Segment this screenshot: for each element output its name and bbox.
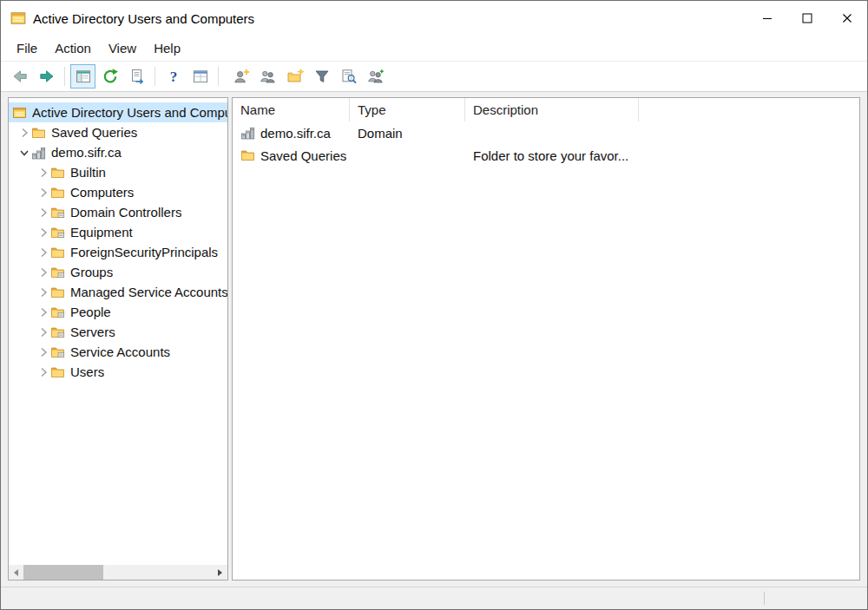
tree-item-label: Saved Queries: [51, 125, 137, 140]
chevron-right-icon[interactable]: [36, 266, 50, 279]
tree-item-label: Computers: [70, 185, 134, 200]
chevron-right-icon[interactable]: [36, 166, 50, 180]
chevron-right-icon[interactable]: [36, 305, 50, 319]
export-list-button[interactable]: [124, 64, 149, 89]
domain-icon: [240, 126, 255, 140]
tree-item-domain-controllers[interactable]: Domain Controllers: [9, 202, 227, 222]
toolbar-separator: [218, 67, 219, 86]
maximize-icon: [802, 13, 812, 23]
tree-item-groups[interactable]: Groups: [9, 262, 227, 282]
menu-file[interactable]: File: [8, 37, 46, 59]
folder-icon: [50, 186, 65, 200]
window-title: Active Directory Users and Computers: [33, 11, 254, 26]
tree-item-builtin[interactable]: Builtin: [9, 162, 227, 182]
status-bar: [1, 587, 867, 609]
tree-item-label: Builtin: [70, 165, 106, 180]
cell-description: Folder to store your favor...: [465, 148, 639, 163]
tree-item-label: Managed Service Accounts: [70, 285, 227, 299]
menu-bar: File Action View Help: [1, 36, 867, 62]
tree-item-servers[interactable]: Servers: [9, 322, 227, 342]
menu-help[interactable]: Help: [145, 37, 189, 59]
menu-action[interactable]: Action: [46, 37, 100, 59]
maximize-button[interactable]: [787, 1, 827, 36]
minimize-button[interactable]: [747, 1, 787, 36]
find-objects-button[interactable]: [336, 64, 361, 89]
status-bar-separator: [764, 592, 765, 605]
show-hide-action-pane-button[interactable]: [187, 64, 213, 89]
scroll-right-icon: [218, 569, 222, 576]
tree-item-domain[interactable]: demo.sifr.ca: [9, 142, 227, 162]
show-hide-console-tree-button[interactable]: [70, 64, 95, 89]
tree-item-people[interactable]: People: [9, 302, 227, 322]
tree-item-saved-queries[interactable]: Saved Queries: [9, 122, 227, 142]
column-header-name[interactable]: Name: [233, 98, 350, 121]
toolbar-separator: [64, 67, 65, 86]
new-ou-icon: [286, 68, 304, 85]
menu-view[interactable]: View: [100, 37, 145, 59]
tree-item-managed-service-accounts[interactable]: Managed Service Accounts: [9, 282, 227, 302]
folder-icon: [31, 126, 46, 140]
chevron-right-icon[interactable]: [36, 345, 50, 359]
tree-item-label: ForeignSecurityPrincipals: [70, 245, 218, 259]
cell-name-text: demo.sifr.ca: [260, 126, 331, 141]
column-header-type[interactable]: Type: [350, 98, 465, 121]
new-user-icon: [233, 68, 250, 85]
results-pane: Name Type Description demo.sifr.ca Domai…: [232, 97, 860, 580]
folder-icon: [50, 285, 65, 299]
create-new-user-button[interactable]: [228, 64, 253, 89]
chevron-right-icon[interactable]: [36, 206, 50, 220]
tree-item-label: demo.sifr.ca: [51, 145, 122, 160]
tree-item-label: Service Accounts: [70, 344, 170, 359]
chevron-right-icon[interactable]: [36, 285, 50, 299]
domain-icon: [31, 146, 46, 160]
ou-folder-icon: [50, 266, 65, 279]
chevron-right-icon[interactable]: [17, 126, 31, 140]
tree-item-users[interactable]: Users: [9, 362, 227, 382]
list-header: Name Type Description: [233, 98, 859, 121]
create-new-group-button[interactable]: [255, 64, 280, 89]
cell-name: Saved Queries: [233, 148, 350, 163]
tree-item-equipment[interactable]: Equipment: [9, 222, 227, 242]
scrollbar-track[interactable]: [23, 565, 213, 580]
set-filter-button[interactable]: [309, 64, 334, 89]
create-new-ou-button[interactable]: [282, 64, 307, 89]
new-group-icon: [260, 68, 277, 85]
back-icon: [11, 68, 29, 85]
cell-name-text: Saved Queries: [260, 148, 346, 163]
chevron-right-icon[interactable]: [36, 226, 50, 239]
chevron-down-icon[interactable]: [17, 146, 31, 160]
forward-icon: [38, 68, 56, 85]
chevron-right-icon[interactable]: [36, 365, 50, 379]
chevron-right-icon[interactable]: [36, 186, 50, 200]
folder-icon: [240, 148, 255, 162]
chevron-right-icon[interactable]: [36, 246, 50, 259]
window-controls: [747, 1, 867, 36]
find-icon: [340, 68, 358, 85]
scroll-left-button[interactable]: [9, 565, 23, 580]
console-tree: Active Directory Users and Computers Sav…: [9, 98, 227, 565]
back-button[interactable]: [7, 64, 32, 89]
add-to-group-button[interactable]: [363, 64, 388, 89]
help-icon: [165, 68, 182, 85]
ou-folder-icon: [50, 325, 65, 339]
tree-item-service-accounts[interactable]: Service Accounts: [9, 342, 227, 362]
tree-item-label: Users: [70, 364, 104, 379]
chevron-right-icon[interactable]: [36, 325, 50, 339]
close-button[interactable]: [827, 1, 867, 36]
tree-item-root[interactable]: Active Directory Users and Computers: [9, 102, 227, 122]
toolbar-separator: [155, 67, 155, 86]
forward-button[interactable]: [34, 64, 59, 89]
list-row-domain[interactable]: demo.sifr.ca Domain: [233, 121, 859, 144]
column-header-description[interactable]: Description: [465, 98, 639, 121]
ou-folder-icon: [50, 305, 65, 319]
help-button[interactable]: [161, 64, 186, 89]
aduc-console-icon: [12, 106, 27, 120]
scroll-right-button[interactable]: [213, 565, 227, 580]
list-row-saved-queries[interactable]: Saved Queries Folder to store your favor…: [233, 144, 859, 167]
scrollbar-thumb[interactable]: [23, 565, 103, 580]
tree-item-computers[interactable]: Computers: [9, 182, 227, 202]
title-bar: Active Directory Users and Computers: [1, 1, 867, 36]
tree-item-foreignsecurityprincipals[interactable]: ForeignSecurityPrincipals: [9, 242, 227, 262]
refresh-button[interactable]: [97, 64, 122, 89]
horizontal-scrollbar[interactable]: [9, 565, 227, 580]
